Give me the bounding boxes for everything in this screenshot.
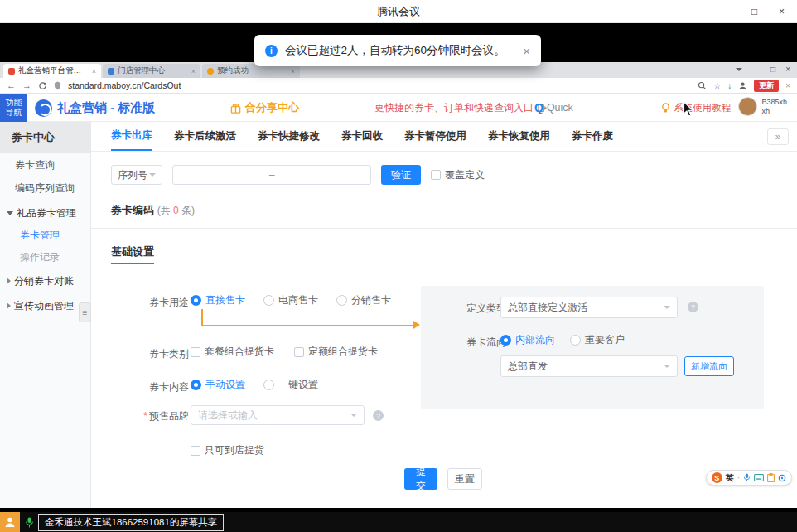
avatar: [738, 97, 757, 116]
flow-select[interactable]: 总部直发: [500, 355, 678, 377]
user-profile-icon[interactable]: [738, 81, 747, 90]
sidebar-collapse-handle[interactable]: ≡: [79, 302, 91, 322]
radio-important-customer[interactable]: 重要客户: [570, 333, 625, 347]
radio-ecommerce-sale[interactable]: 电商售卡: [263, 293, 318, 307]
quick-search[interactable]: Q Quick: [534, 94, 573, 122]
sidebar-item-operation-log[interactable]: 操作记录: [0, 246, 90, 268]
sidebar-group-gift-card-management[interactable]: 礼品券卡管理: [0, 201, 90, 225]
tab-card-restore[interactable]: 券卡恢复使用: [488, 122, 550, 151]
minimize-button[interactable]: —: [713, 0, 741, 23]
divider: [91, 228, 797, 229]
refresh-icon[interactable]: [38, 81, 47, 90]
maximize-button[interactable]: □: [741, 0, 768, 23]
search-icon[interactable]: [698, 81, 707, 90]
tab-close-icon[interactable]: ×: [291, 67, 295, 75]
usage-label: 券卡用途: [121, 296, 189, 310]
serial-range-input[interactable]: –: [172, 165, 371, 185]
banner-mic-icon[interactable]: [25, 517, 34, 528]
user-account[interactable]: B385xh xh: [738, 97, 787, 116]
brand: 礼盒营销 - 标准版: [35, 94, 155, 122]
tab-card-activation[interactable]: 券卡后续激活: [174, 122, 236, 151]
browser-maximize-icon[interactable]: □: [770, 65, 775, 74]
info-icon: ?: [373, 410, 384, 421]
sogou-logo-icon[interactable]: S: [712, 472, 722, 483]
radio-direct-sale[interactable]: 直接售卡: [191, 293, 245, 307]
tab-card-quick-edit[interactable]: 券卡快捷修改: [258, 122, 320, 151]
update-close-icon[interactable]: ×: [785, 81, 790, 90]
window-controls: — □ ×: [713, 0, 795, 23]
usage-options: 直接售卡 电商售卡 分销售卡: [191, 293, 391, 307]
promo-link[interactable]: 更快捷的券卡、订单和快递查询入口: [374, 94, 547, 122]
tab-label: 礼盒营销平台管理中心: [18, 65, 89, 76]
content-label: 券卡内容: [121, 380, 189, 394]
tabs-expand-button[interactable]: »: [767, 128, 789, 145]
info-circle-icon: i: [265, 45, 278, 57]
sidebar-item-code-sequence-query[interactable]: 编码序列查询: [0, 177, 90, 200]
add-flow-button[interactable]: 新增流向: [684, 356, 734, 376]
reset-button[interactable]: 重置: [447, 468, 482, 490]
browser-tab-store-center[interactable]: 门店管理中心 ×: [103, 64, 200, 78]
keyboard-icon[interactable]: [754, 474, 764, 481]
brand-select[interactable]: 请选择或输入: [191, 405, 365, 425]
back-icon[interactable]: ←: [7, 80, 16, 90]
tab-basic-settings[interactable]: 基础设置: [111, 244, 154, 259]
override-definition-checkbox[interactable]: 覆盖定义: [431, 168, 485, 182]
tab-card-void[interactable]: 券卡作废: [572, 122, 613, 151]
serial-row: 序列号 – 验证 覆盖定义: [111, 165, 485, 185]
sidebar-item-card-query[interactable]: 券卡查询: [0, 153, 90, 177]
tab-close-icon[interactable]: ×: [92, 67, 96, 75]
app-body: 券卡中心 券卡查询 编码序列查询 礼品券卡管理 券卡管理 操作记录 分销券卡对账…: [0, 122, 797, 508]
mouse-cursor-icon: [683, 101, 694, 118]
annotation-arrowhead-icon: [413, 321, 420, 329]
radio-manual-setup[interactable]: 手动设置: [191, 378, 245, 392]
browser-tab-marketing-center[interactable]: 礼盒营销平台管理中心 ×: [3, 64, 101, 78]
tab-label: 门店管理中心: [118, 65, 188, 76]
ime-language-indicator[interactable]: 英: [726, 472, 734, 484]
close-button[interactable]: ×: [768, 0, 795, 23]
submit-button[interactable]: 提交: [404, 468, 437, 490]
toast-close-icon[interactable]: ×: [523, 44, 530, 58]
download-icon[interactable]: ↓: [727, 81, 732, 90]
quick-label: Quick: [547, 102, 573, 114]
serial-type-select[interactable]: 序列号: [111, 165, 162, 185]
sidebar-item-card-management[interactable]: 券卡管理: [0, 225, 90, 246]
tab-close-icon[interactable]: ×: [191, 67, 196, 75]
tab-list-dropdown-icon[interactable]: [736, 68, 742, 71]
nav-toggle-button[interactable]: 功能 导航: [0, 94, 27, 122]
radio-distribution-sale[interactable]: 分销售卡: [336, 293, 391, 307]
verify-button[interactable]: 验证: [381, 165, 421, 185]
update-button[interactable]: 更新: [754, 80, 779, 92]
radio-one-click-setup[interactable]: 一键设置: [263, 378, 318, 392]
sidebar-section-title: 券卡中心: [0, 122, 90, 153]
chevron-down-icon: [149, 173, 156, 177]
collapsed-triangle-icon: [7, 302, 11, 309]
presenter-avatar-icon[interactable]: [0, 512, 20, 532]
clipboard-icon[interactable]: [767, 473, 775, 482]
radio-internal-flow[interactable]: 内部流向: [500, 333, 555, 347]
sidebar-group-distribution-reconciliation[interactable]: 分销券卡对账: [0, 269, 90, 293]
ime-toolbar[interactable]: S 英 ·: [706, 470, 792, 486]
browser-minimize-icon[interactable]: —: [752, 65, 761, 74]
share-center-link[interactable]: 合分享中心: [230, 94, 299, 122]
tab-card-recycle[interactable]: 券卡回收: [341, 122, 383, 151]
sidebar-group-promo-animation[interactable]: 宣传动画管理: [0, 294, 90, 317]
tab-card-outbound[interactable]: 券卡出库: [111, 122, 152, 151]
bookmark-star-icon[interactable]: ☆: [713, 81, 721, 90]
quick-logo-icon: Q: [534, 101, 543, 114]
forward-icon[interactable]: →: [22, 80, 31, 90]
checkbox-combo-pickup-card[interactable]: 套餐组合提货卡: [191, 345, 274, 359]
browser-close-icon[interactable]: ×: [785, 65, 790, 74]
checkbox-icon: [294, 347, 304, 357]
brand-label: *预售品牌: [121, 409, 189, 423]
tutorial-link[interactable]: 系统使用教程: [661, 94, 731, 122]
info-icon: ?: [688, 302, 698, 312]
wrench-icon[interactable]: [778, 474, 786, 482]
store-pickup-only-checkbox[interactable]: 只可到店提货: [191, 443, 264, 457]
tab-card-suspend[interactable]: 券卡暂停使用: [404, 122, 466, 151]
share-banner-text: 金禾通技术王斌18662591081的屏幕共享: [38, 514, 224, 531]
url-text[interactable]: standard.maboy.cn/CardsOut: [68, 80, 181, 90]
checkbox-fixed-combo-pickup-card[interactable]: 定额组合提货卡: [294, 345, 378, 359]
define-type-select[interactable]: 总部直接定义激活: [500, 297, 678, 318]
mic-icon[interactable]: [743, 473, 751, 482]
annotation-arrow-vertical: [201, 309, 203, 325]
